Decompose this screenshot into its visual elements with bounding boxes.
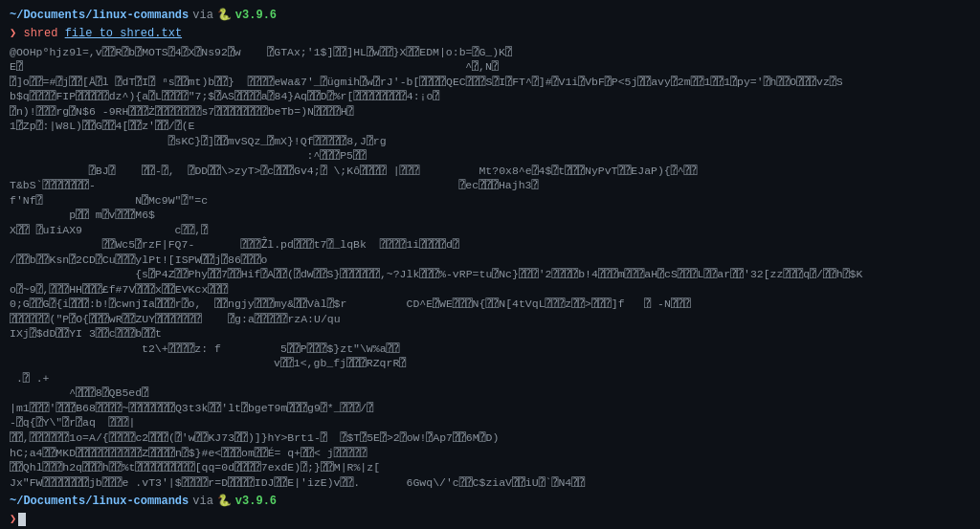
prompt-line-1: ~/Documents/linux-commands via 🐍 v3.9.6 (10, 8, 970, 24)
prompt-version-final: v3.9.6 (235, 494, 277, 510)
prompt-via-1: via (192, 8, 213, 24)
command-line-1: ❯ shred file_to_shred.txt (10, 26, 970, 42)
shred-output: @OOHp⁰hjz9l=,v⍰⍰R⍰b⍰MOTS⍰4⍰X⍰Ns92⍰w ⍰GTA… (10, 45, 970, 490)
prompt-emoji-final: 🐍 (217, 494, 232, 510)
prompt-line-final: ~/Documents/linux-commands via 🐍 v3.9.6 (10, 494, 970, 510)
cmd-arg-1: file_to_shred.txt (65, 27, 182, 40)
cursor-line: ❯ (10, 512, 970, 528)
prompt-via-final: via (192, 494, 213, 510)
prompt-arrow-1: ❯ (10, 27, 16, 40)
cursor (18, 513, 26, 526)
prompt-path-1: ~/Documents/linux-commands (10, 8, 189, 24)
prompt-emoji-1: 🐍 (217, 8, 232, 24)
prompt-arrow-final: ❯ (10, 512, 16, 528)
terminal: ~/Documents/linux-commands via 🐍 v3.9.6 … (10, 8, 970, 521)
prompt-version-1: v3.9.6 (235, 8, 277, 24)
command-1: shred file_to_shred.txt (23, 27, 182, 40)
cmd-name-1: shred (23, 27, 57, 40)
prompt-path-final: ~/Documents/linux-commands (10, 494, 189, 510)
